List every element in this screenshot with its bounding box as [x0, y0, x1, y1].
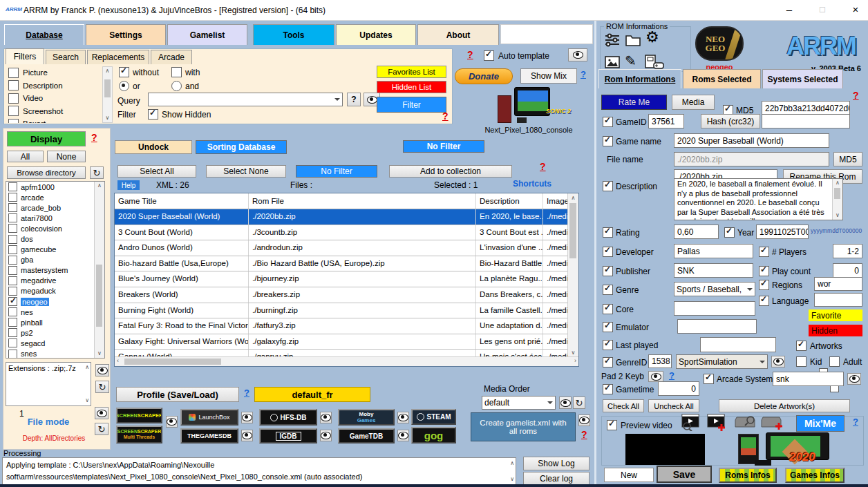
- mobygames-eye-button[interactable]: [397, 412, 409, 423]
- emulator-checkbox[interactable]: [603, 322, 613, 332]
- collection-qmark[interactable]: ?: [540, 161, 546, 172]
- gameid-checkbox[interactable]: [603, 117, 613, 127]
- core-input[interactable]: [674, 301, 755, 316]
- games-table[interactable]: Game TitleRom FileDescriptionImage 2020 …: [114, 193, 579, 367]
- last-played-field[interactable]: Last played: [603, 340, 658, 350]
- extensions-eye-button[interactable]: [95, 364, 109, 376]
- md5-button[interactable]: MD5: [833, 152, 862, 166]
- system-checkbox[interactable]: [8, 213, 17, 222]
- filter-and[interactable]: and: [171, 81, 199, 91]
- filter-item-description[interactable]: Description: [8, 79, 100, 93]
- emulator-input[interactable]: [677, 319, 757, 334]
- tab-rom-informations[interactable]: Rom Informations: [598, 69, 681, 88]
- system-checkbox[interactable]: [8, 328, 17, 337]
- shortcuts-link[interactable]: Shortcuts: [513, 179, 551, 189]
- media-order-refresh-button[interactable]: [573, 397, 585, 409]
- column-header-description[interactable]: Description: [476, 193, 543, 209]
- show-hidden-checkbox[interactable]: [148, 109, 158, 120]
- subtab-replacements[interactable]: Replacements: [87, 50, 149, 64]
- table-row[interactable]: Breakers (World)./breakers.zipDans Break…: [115, 287, 578, 303]
- preview-video-field[interactable]: Preview video: [607, 420, 672, 430]
- artworks-checkbox[interactable]: [796, 341, 806, 351]
- filter-checkbox[interactable]: [8, 80, 19, 90]
- pad2keyb-eye-button[interactable]: [648, 371, 663, 382]
- no-filter-top-button[interactable]: No Filter: [403, 140, 484, 153]
- tab-roms-selected[interactable]: Roms Selected: [683, 69, 761, 88]
- table-row[interactable]: 3 Count Bout (World)./3countb.zip3 Count…: [115, 225, 578, 241]
- adult-field[interactable]: Adult: [829, 356, 862, 367]
- with-checkbox[interactable]: [171, 67, 182, 77]
- create-gamelist-eye-button[interactable]: [578, 414, 590, 426]
- system-item-neogeo[interactable]: neogeo: [6, 296, 95, 307]
- delete-artworks-button[interactable]: Delete Artwork(s): [719, 399, 850, 412]
- filter-item-picture[interactable]: Picture: [8, 66, 100, 79]
- add-to-collection-button[interactable]: Add to collection: [389, 165, 512, 178]
- genreid-input[interactable]: 1538: [648, 354, 672, 368]
- table-row[interactable]: Bio-hazard Battle (Usa,Europe)./Bio Haza…: [115, 256, 578, 272]
- gametime-field[interactable]: Gametime: [603, 384, 654, 394]
- players-checkbox[interactable]: [759, 247, 769, 257]
- hash-input[interactable]: [762, 114, 850, 128]
- or-radio[interactable]: [119, 81, 129, 91]
- screenscraper-multithreads-button[interactable]: SCREENSCRAPER Multi Threads: [116, 426, 162, 443]
- md5-qmark[interactable]: ?: [853, 90, 859, 101]
- last-played-checkbox[interactable]: [603, 340, 613, 350]
- folder-icon[interactable]: [625, 32, 641, 48]
- players-input[interactable]: 1-2: [833, 244, 862, 258]
- system-item-pinball[interactable]: pinball: [6, 317, 95, 327]
- hidden-list-button[interactable]: Hidden List: [377, 81, 446, 93]
- display-button[interactable]: Display: [7, 131, 86, 146]
- image-icon[interactable]: [604, 54, 621, 70]
- table-row[interactable]: Burning Fight (World)./burningf.zipLa fa…: [115, 303, 578, 319]
- system-checkbox[interactable]: [8, 266, 17, 275]
- genre-checkbox[interactable]: [603, 285, 613, 295]
- system-checkbox[interactable]: [8, 297, 17, 306]
- publisher-input[interactable]: SNK: [674, 263, 753, 278]
- developer-checkbox[interactable]: [603, 247, 613, 257]
- filter-button[interactable]: Filter: [377, 97, 446, 113]
- hfsdb-button[interactable]: HFS-DB: [259, 409, 317, 426]
- arcade-system-input[interactable]: snk: [773, 372, 844, 386]
- create-gamelist-qmark[interactable]: ?: [581, 429, 587, 440]
- screenscraper-eye-button[interactable]: [166, 416, 178, 428]
- adult-checkbox[interactable]: [829, 356, 840, 367]
- rating-checkbox[interactable]: [603, 227, 613, 238]
- video-search-icon[interactable]: [681, 413, 701, 431]
- template-eye-button[interactable]: [568, 48, 587, 61]
- core-field[interactable]: Core: [603, 304, 634, 314]
- tab-settings[interactable]: Settings: [86, 24, 166, 45]
- tab-updates[interactable]: Updates: [336, 24, 416, 45]
- no-filter-button[interactable]: No Filter: [296, 165, 377, 178]
- last-played-input[interactable]: [700, 337, 776, 352]
- uncheck-all-button[interactable]: Uncheck All: [648, 399, 699, 412]
- select-all-systems-button[interactable]: All: [7, 151, 44, 162]
- publisher-checkbox[interactable]: [603, 266, 613, 276]
- genre-select[interactable]: Sports / Baseball,: [674, 282, 755, 296]
- table-hscrollbar[interactable]: ‹ ›: [115, 356, 578, 366]
- system-item-arcade_bob[interactable]: arcade_bob: [6, 202, 95, 213]
- display-qmark[interactable]: ?: [91, 132, 97, 143]
- profile-save-load-button[interactable]: Profile (Save/Load): [116, 387, 239, 402]
- arcade-system-checkbox[interactable]: [704, 374, 714, 384]
- system-checkbox[interactable]: [8, 182, 17, 191]
- filter-checkbox[interactable]: [8, 106, 19, 116]
- extensions-refresh-button[interactable]: [95, 381, 109, 393]
- system-item-segacd[interactable]: segacd: [6, 338, 95, 348]
- pad2keyb-qmark[interactable]: ?: [669, 370, 674, 381]
- rating-input[interactable]: 0,60: [674, 225, 719, 239]
- extensions-box[interactable]: Extensions : .zip;.7z ∧ ∨: [6, 362, 91, 406]
- launchbox-button[interactable]: LaunchBox: [180, 409, 238, 426]
- gametdb-eye-button[interactable]: [397, 430, 409, 441]
- igdb-button[interactable]: IGDB: [259, 428, 317, 443]
- regions-field[interactable]: Regions: [759, 280, 802, 290]
- system-checkbox[interactable]: [8, 235, 17, 244]
- system-checkbox[interactable]: [8, 245, 17, 254]
- filter-checkbox[interactable]: [8, 93, 19, 104]
- kid-checkbox[interactable]: [796, 356, 806, 367]
- md5-input[interactable]: 22b7bb3a213dd4072d037: [762, 101, 850, 115]
- filter-checkbox[interactable]: [8, 68, 19, 78]
- filter-without[interactable]: without: [119, 67, 159, 77]
- genreid-checkbox[interactable]: [603, 357, 613, 367]
- players-field[interactable]: # Players: [759, 247, 806, 257]
- show-mix-qmark[interactable]: ?: [581, 69, 586, 79]
